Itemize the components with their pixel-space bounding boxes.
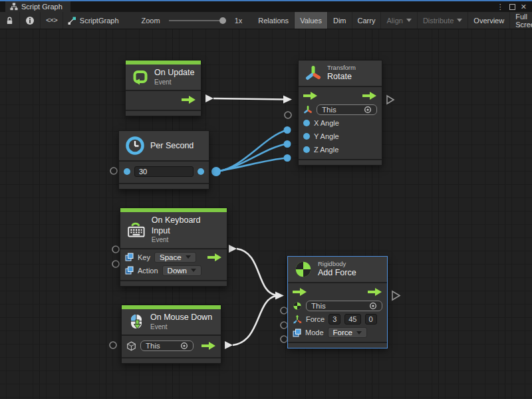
- key-label: Key: [138, 253, 150, 261]
- connection-onupdate-rotate[interactable]: [205, 94, 292, 104]
- enum-icon: [293, 329, 301, 337]
- info-icon: [25, 16, 35, 25]
- lock-icon: [5, 16, 14, 25]
- target-picker-icon[interactable]: [369, 302, 377, 310]
- node-title: On Mouse Down: [150, 313, 212, 323]
- this-field[interactable]: This: [140, 340, 194, 351]
- connection-keyboard-addforce[interactable]: [229, 245, 276, 295]
- force-x-field[interactable]: 3: [329, 314, 340, 325]
- carry-button[interactable]: Carry: [352, 12, 382, 29]
- full-screen-button[interactable]: Full Screen: [510, 12, 532, 29]
- node-per-second[interactable]: Per Second 30: [118, 130, 209, 190]
- graph-name[interactable]: ScriptGraph: [63, 16, 126, 25]
- mouse-down-icon: [128, 313, 145, 331]
- zoom-slider[interactable]: [169, 17, 226, 25]
- window-maximize-icon[interactable]: [509, 4, 515, 10]
- transform-icon: [303, 105, 313, 114]
- connection-mousedown-addforce[interactable]: [225, 292, 284, 350]
- port-row-z-angle[interactable]: Z Angle: [299, 143, 382, 156]
- window-close-icon[interactable]: ✕: [521, 3, 527, 11]
- node-on-update[interactable]: On Update Event: [125, 60, 201, 116]
- force-y-field[interactable]: 45: [344, 314, 360, 325]
- connection-persecond-angles[interactable]: [211, 126, 291, 176]
- value-port[interactable]: [303, 120, 310, 126]
- update-loop-icon: [132, 68, 149, 86]
- force-z-field[interactable]: 0: [365, 314, 377, 325]
- node-title: Add Force: [318, 268, 356, 279]
- port-label: X Angle: [314, 119, 339, 127]
- flow-output-port[interactable]: [207, 253, 222, 261]
- flow-output-port[interactable]: [368, 288, 382, 296]
- relations-button[interactable]: Relations: [253, 12, 295, 29]
- value-output-port[interactable]: [198, 168, 204, 175]
- key-dropdown[interactable]: Space: [154, 252, 196, 263]
- enum-icon: [125, 266, 134, 275]
- port-label: Y Angle: [314, 132, 339, 140]
- this-value: This: [311, 302, 326, 310]
- zoom-control: Zoom 1x: [126, 17, 253, 25]
- flow-output-port[interactable]: [201, 342, 216, 350]
- node-title: On Keyboard Input: [152, 215, 221, 236]
- align-button[interactable]: Align: [381, 12, 417, 29]
- tab-strip: Script Graph ⋮ ✕: [0, 1, 532, 12]
- keyboard-icon: [126, 221, 146, 239]
- this-field[interactable]: This: [317, 104, 377, 115]
- force-label: Force: [306, 315, 325, 323]
- target-picker-icon[interactable]: [364, 106, 372, 114]
- flow-input-port[interactable]: [293, 288, 307, 296]
- unconnected-output-ports[interactable]: [387, 96, 400, 300]
- window-menu-icon[interactable]: ⋮: [497, 3, 504, 11]
- action-dropdown[interactable]: Down: [162, 265, 201, 276]
- value-input-port[interactable]: [124, 168, 130, 175]
- zoom-slider-track: [169, 20, 226, 21]
- flow-output-port[interactable]: [362, 92, 377, 100]
- port-row-x-angle[interactable]: X Angle: [299, 116, 382, 130]
- values-button[interactable]: Values: [295, 12, 328, 29]
- node-subtitle: Event: [152, 236, 221, 245]
- overview-label: Overview: [473, 17, 504, 25]
- chevron-down-icon: [406, 19, 412, 22]
- node-category: Rigidbody: [318, 260, 356, 268]
- gameobject-cube-icon: [126, 341, 136, 351]
- clock-icon: [125, 136, 145, 156]
- zoom-label: Zoom: [138, 17, 164, 25]
- tab-title: Script Graph: [21, 3, 63, 11]
- node-subtitle: Event: [154, 78, 194, 87]
- info-button[interactable]: [20, 12, 41, 29]
- mode-label: Mode: [305, 329, 324, 336]
- rigidbody-icon: [293, 301, 302, 311]
- code-icon: <×>: [46, 17, 57, 25]
- port-row-y-angle[interactable]: Y Angle: [299, 130, 382, 143]
- node-keyboard-input[interactable]: On Keyboard Input Event Key Space: [120, 207, 227, 287]
- node-title: Rotate: [327, 72, 356, 82]
- zoom-slider-handle[interactable]: [219, 17, 226, 24]
- rigidbody-icon: [294, 260, 313, 279]
- mode-value: Force: [333, 329, 352, 336]
- value-port[interactable]: [303, 133, 310, 140]
- dim-button[interactable]: Dim: [328, 12, 352, 29]
- value-port[interactable]: [303, 146, 310, 153]
- chevron-down-icon: [356, 331, 362, 334]
- values-label: Values: [300, 17, 322, 25]
- relations-label: Relations: [258, 17, 289, 25]
- connections-layer: [0, 29, 532, 399]
- node-rotate[interactable]: Transform Rotate This: [298, 60, 382, 166]
- full-screen-label: Full Screen: [515, 13, 532, 29]
- per-second-value-field[interactable]: 30: [134, 166, 194, 177]
- flow-output-port[interactable]: [182, 96, 196, 104]
- code-view-button[interactable]: <×>: [41, 12, 63, 29]
- flow-input-port[interactable]: [303, 92, 318, 100]
- overview-button[interactable]: Overview: [468, 12, 510, 29]
- node-add-force[interactable]: Rigidbody Add Force This: [287, 256, 388, 348]
- mode-dropdown[interactable]: Force: [328, 327, 367, 338]
- distribute-button[interactable]: Distribute: [418, 12, 468, 29]
- target-picker-icon[interactable]: [180, 342, 188, 350]
- tab-script-graph[interactable]: Script Graph: [5, 1, 70, 12]
- lock-button[interactable]: [0, 12, 20, 29]
- graph-name-label: ScriptGraph: [80, 17, 119, 25]
- this-field[interactable]: This: [306, 301, 382, 311]
- chevron-down-icon: [457, 19, 462, 22]
- graph-canvas[interactable]: On Update Event Transform Rotate: [0, 29, 532, 399]
- node-mouse-down[interactable]: On Mouse Down Event This: [121, 305, 221, 364]
- chevron-down-icon: [186, 255, 191, 259]
